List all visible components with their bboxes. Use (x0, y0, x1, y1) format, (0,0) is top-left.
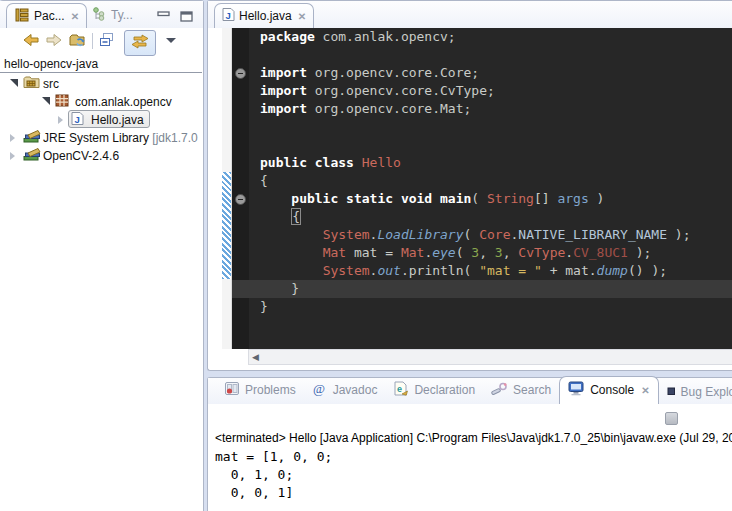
code-editor[interactable]: package com.anlak.opencv;import org.open… (222, 28, 732, 349)
tree-item-jre-system-library[interactable]: JRE System Library [jdk1.7.0 (0, 129, 203, 147)
console-tabbar: Problems@JavadoceDeclarationSearchConsol… (208, 378, 732, 404)
code-line: } (260, 280, 732, 298)
expand-arrow-icon[interactable] (10, 134, 15, 142)
code-line: System.LoadLibrary( Core.NATIVE_LIBRARY_… (260, 226, 732, 244)
code-line: Mat mat = Mat.eye( 3, 3, CvType.CV_8UC1 … (260, 244, 732, 262)
code-line: public class Hello (260, 154, 732, 172)
eclipse-window: Pac... ✕ Ty... hello-opencv-java srccom.… (0, 0, 732, 511)
console-output-line: mat = [1, 0, 0; (215, 448, 332, 466)
code-line: { (260, 208, 732, 226)
declaration-icon: e (393, 381, 409, 399)
svg-text:J: J (226, 10, 231, 21)
tab-console[interactable]: Console✕ (559, 376, 658, 404)
library-icon (23, 147, 41, 164)
terminate-button[interactable] (665, 412, 678, 425)
tree-item-qualifier: [jdk1.7.0 (152, 131, 197, 145)
java-file-icon: J (222, 7, 235, 25)
expand-arrow-icon[interactable] (58, 116, 63, 124)
tree-item-opencv-2-4-6[interactable]: OpenCV-2.4.6 (0, 147, 203, 165)
svg-text:e: e (397, 384, 402, 394)
horizontal-scrollbar[interactable]: ◀ (248, 349, 732, 365)
code-line: System.out.println( "mat = " + mat.dump(… (260, 262, 732, 280)
console-output: mat = [1, 0, 0; 0, 1, 0; 0, 0, 1] (215, 448, 332, 502)
collapse-arrow-icon[interactable] (42, 97, 50, 105)
svg-text:@: @ (313, 381, 325, 396)
close-icon[interactable]: ✕ (298, 11, 306, 22)
tree-item-label: JRE System Library [jdk1.7.0 (43, 131, 198, 145)
range-indicator (222, 172, 231, 279)
tree-item-label: src (43, 77, 59, 91)
code-line: import org.opencv.core.Mat; (260, 100, 732, 118)
console-panel: Problems@JavadoceDeclarationSearchConsol… (207, 377, 732, 511)
tab-label: Hello.java (239, 9, 292, 23)
code-line: public static void main( String[] args ) (260, 190, 732, 208)
svg-text:J: J (75, 113, 80, 124)
code-line: } (260, 298, 732, 316)
library-icon (23, 129, 41, 146)
code-line (260, 118, 732, 136)
expand-arrow-icon[interactable] (10, 152, 15, 160)
code-line (260, 136, 732, 154)
editor-tabbar: J Hello.java ✕ (208, 1, 732, 28)
tab-label: Console (590, 383, 634, 397)
package-explorer-panel: Pac... ✕ Ty... hello-opencv-java srccom.… (0, 0, 204, 511)
left-ruler (222, 28, 232, 349)
javadoc-icon: @ (312, 381, 328, 399)
package-folder-icon (23, 75, 40, 92)
code-line (260, 46, 732, 64)
fold-marker-icon[interactable] (235, 68, 246, 79)
tree-item-label: OpenCV-2.4.6 (43, 149, 119, 163)
tab-label: Search (513, 383, 551, 397)
scroll-left-arrow-icon[interactable]: ◀ (252, 352, 259, 362)
project-tree: srccom.anlak.opencvJHello.javaJRE System… (0, 1, 203, 511)
package-icon (55, 94, 69, 110)
tab-hello-java[interactable]: J Hello.java ✕ (214, 3, 314, 28)
tab-search[interactable]: Search (483, 377, 559, 404)
code-line: package com.anlak.opencv; (260, 28, 732, 46)
tab-label: Problems (245, 383, 296, 397)
code-line: import org.opencv.core.Core; (260, 64, 732, 82)
code-line: import org.opencv.core.CvType; (260, 82, 732, 100)
search-icon (491, 381, 508, 399)
java-file-icon: J (71, 111, 84, 129)
fold-gutter (232, 28, 249, 349)
tree-item-com-anlak-opencv[interactable]: com.anlak.opencv (0, 93, 203, 111)
bug-square-icon (667, 385, 676, 399)
problems-icon (224, 381, 240, 399)
tab-label: Bug Explorer (681, 385, 732, 399)
tree-item-label: Hello.java (91, 113, 144, 127)
close-icon[interactable]: ✕ (641, 385, 649, 396)
tree-item-src[interactable]: src (0, 75, 203, 93)
console-output-line: 0, 0, 1] (215, 484, 332, 502)
tab-label: Javadoc (333, 383, 378, 397)
tree-item-hello-java[interactable]: JHello.java (0, 111, 203, 129)
console-icon (568, 381, 585, 399)
code-lines: package com.anlak.opencv;import org.open… (249, 28, 732, 316)
tab-label: Declaration (414, 383, 475, 397)
tab-javadoc[interactable]: @Javadoc (304, 377, 386, 404)
code-line: { (260, 172, 732, 190)
tab-declaration[interactable]: eDeclaration (385, 377, 483, 404)
tab-problems[interactable]: Problems (216, 377, 304, 404)
console-output-line: 0, 1, 0; (215, 466, 332, 484)
collapse-arrow-icon[interactable] (10, 79, 18, 87)
fold-marker-icon[interactable] (235, 194, 246, 205)
console-title: <terminated> Hello [Java Application] C:… (215, 431, 732, 445)
editor-panel: J Hello.java ✕ package com.anlak.opencv;… (207, 0, 732, 371)
tree-item-label: com.anlak.opencv (75, 95, 172, 109)
tab-bug-explorer[interactable]: Bug Explorer (659, 381, 732, 404)
